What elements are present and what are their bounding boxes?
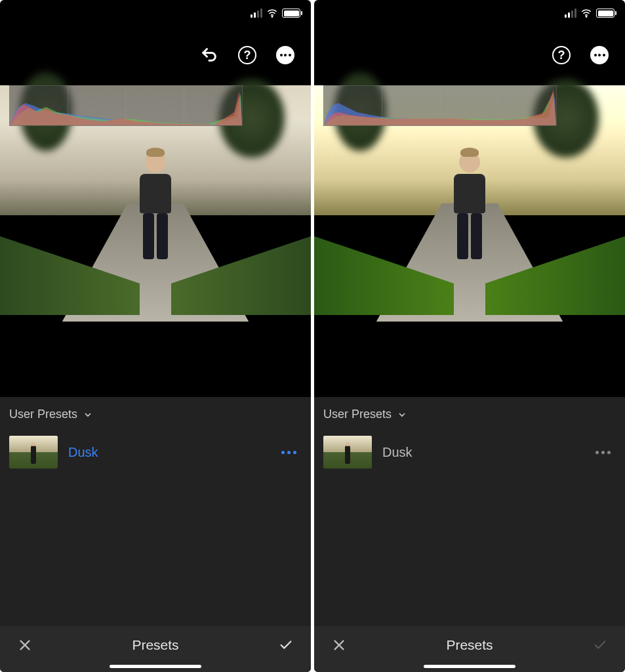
help-icon: ? — [552, 46, 571, 64]
battery-icon — [596, 9, 615, 18]
svg-point-4 — [586, 16, 587, 18]
check-icon — [279, 638, 293, 652]
bottom-bar-title: Presets — [132, 637, 178, 653]
side-by-side-container: ? User Presets — [0, 0, 625, 672]
more-options-button[interactable] — [274, 44, 296, 66]
home-indicator[interactable] — [424, 665, 515, 668]
close-icon — [18, 638, 32, 652]
preset-name-label: Dusk — [68, 445, 98, 460]
preset-more-button[interactable] — [595, 451, 611, 454]
cancel-button[interactable] — [330, 636, 348, 654]
more-icon — [276, 46, 294, 64]
chevron-down-icon — [83, 410, 93, 420]
preset-name-label: Dusk — [382, 445, 413, 460]
status-bar — [0, 0, 311, 26]
help-button[interactable]: ? — [550, 44, 573, 66]
bottom-bar-title: Presets — [446, 637, 493, 653]
help-icon: ? — [238, 46, 256, 64]
more-options-button[interactable] — [588, 44, 611, 66]
preset-category-dropdown[interactable]: User Presets — [0, 397, 311, 432]
preset-category-dropdown[interactable]: User Presets — [314, 397, 625, 432]
top-toolbar: ? — [0, 39, 311, 71]
check-icon — [593, 638, 607, 652]
cellular-signal-icon — [565, 9, 576, 18]
presets-panel: User Presets Dusk — [0, 397, 311, 633]
wifi-icon — [580, 7, 592, 19]
close-icon — [332, 638, 346, 652]
preset-item[interactable]: Dusk — [0, 432, 311, 472]
preset-category-label: User Presets — [9, 408, 77, 421]
confirm-button[interactable] — [591, 636, 609, 654]
cancel-button[interactable] — [16, 636, 34, 654]
undo-button[interactable] — [198, 44, 220, 66]
cellular-signal-icon — [251, 9, 262, 18]
status-bar — [314, 0, 625, 26]
help-button[interactable]: ? — [236, 44, 258, 66]
preset-thumbnail — [9, 436, 58, 469]
preset-category-label: User Presets — [323, 408, 392, 421]
phone-screen-left: ? User Presets — [0, 0, 311, 672]
presets-panel: User Presets Dusk — [314, 397, 625, 633]
preset-more-button[interactable] — [281, 451, 296, 454]
svg-point-0 — [272, 16, 273, 18]
chevron-down-icon — [397, 410, 407, 420]
confirm-button[interactable] — [277, 636, 295, 654]
preset-thumbnail — [323, 436, 372, 469]
phone-screen-right: ? User Presets — [314, 0, 625, 672]
histogram[interactable] — [323, 85, 557, 126]
battery-icon — [282, 9, 300, 18]
more-icon — [590, 46, 609, 64]
histogram[interactable] — [9, 85, 243, 126]
home-indicator[interactable] — [110, 665, 201, 668]
wifi-icon — [266, 7, 278, 19]
preset-item[interactable]: Dusk — [314, 432, 625, 472]
top-toolbar: ? — [314, 39, 625, 71]
